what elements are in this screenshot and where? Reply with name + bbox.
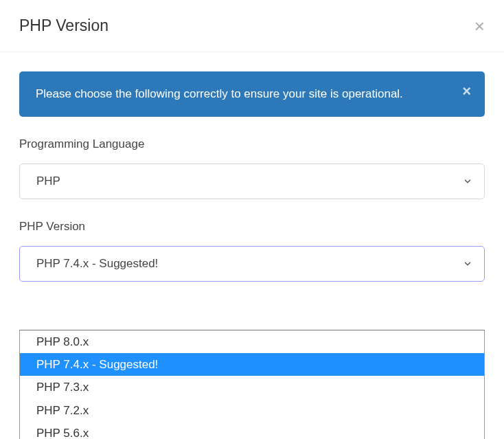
- version-select-wrapper: PHP 7.4.x - Suggested!: [19, 246, 485, 282]
- close-icon: ×: [462, 82, 471, 100]
- modal-body: Please choose the following correctly to…: [0, 52, 504, 282]
- version-option[interactable]: PHP 5.6.x: [20, 422, 484, 439]
- info-alert: Please choose the following correctly to…: [19, 71, 485, 117]
- modal-header: PHP Version ×: [0, 0, 504, 52]
- version-dropdown[interactable]: PHP 8.0.xPHP 7.4.x - Suggested!PHP 7.3.x…: [19, 330, 485, 439]
- version-option[interactable]: PHP 7.3.x: [20, 376, 484, 398]
- close-icon: ×: [474, 16, 485, 36]
- version-select[interactable]: PHP 7.4.x - Suggested!: [19, 246, 485, 282]
- language-select[interactable]: PHP: [19, 164, 485, 199]
- alert-message: Please choose the following correctly to…: [36, 87, 403, 100]
- modal-title: PHP Version: [19, 16, 108, 35]
- close-button[interactable]: ×: [474, 17, 485, 35]
- language-select-value: PHP: [36, 175, 60, 188]
- language-select-wrapper: PHP: [19, 164, 485, 199]
- form-group-version: PHP Version PHP 7.4.x - Suggested!: [19, 220, 485, 282]
- version-option[interactable]: PHP 7.4.x - Suggested!: [20, 353, 484, 376]
- form-group-language: Programming Language PHP: [19, 137, 485, 199]
- alert-close-button[interactable]: ×: [462, 84, 471, 99]
- version-option[interactable]: PHP 7.2.x: [20, 399, 484, 422]
- language-label: Programming Language: [19, 137, 485, 151]
- version-option[interactable]: PHP 8.0.x: [20, 330, 484, 353]
- version-select-value: PHP 7.4.x - Suggested!: [36, 257, 158, 270]
- version-label: PHP Version: [19, 220, 485, 234]
